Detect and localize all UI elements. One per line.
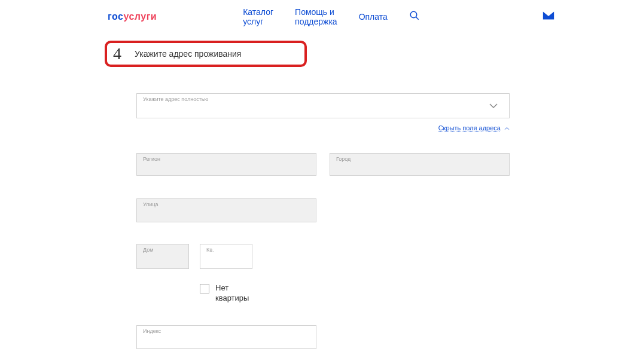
no-flat-label: Нет квартиры xyxy=(215,283,257,304)
flat-field[interactable]: Кв. xyxy=(200,244,252,269)
nav-help[interactable]: Помощь и поддержка xyxy=(295,7,337,26)
hide-fields-link[interactable]: Скрыть поля адреса xyxy=(438,124,501,131)
region-field[interactable]: Регион xyxy=(136,153,316,176)
step-box: 4 Укажите адрес проживания xyxy=(105,41,307,67)
search-icon[interactable] xyxy=(409,10,420,23)
no-flat-checkbox[interactable] xyxy=(200,284,209,293)
form-area: Укажите адрес полностью Скрыть поля адре… xyxy=(136,93,510,349)
city-label: Город xyxy=(336,156,503,162)
row-region-city: Регион Город xyxy=(136,153,510,176)
index-field[interactable]: Индекс xyxy=(136,325,316,349)
house-field[interactable]: Дом xyxy=(136,244,189,269)
svg-line-1 xyxy=(416,17,419,20)
logo[interactable]: госуслуги xyxy=(108,11,157,22)
step-number: 4 xyxy=(113,44,121,63)
nav-links: Каталог услуг Помощь и поддержка Оплата xyxy=(243,7,420,26)
row-house-flat: Дом Кв. xyxy=(136,244,510,269)
hide-fields-row: Скрыть поля адреса xyxy=(136,124,510,131)
street-label: Улица xyxy=(143,201,310,207)
mail-icon[interactable] xyxy=(542,10,555,23)
no-flat-row: Нет квартиры xyxy=(200,283,510,304)
header: госуслуги Каталог услуг Помощь и поддерж… xyxy=(0,0,643,33)
nav-payment[interactable]: Оплата xyxy=(359,12,388,22)
flat-label: Кв. xyxy=(206,247,246,253)
logo-part1: гос xyxy=(108,11,123,22)
region-label: Регион xyxy=(143,156,310,162)
step-title: Укажите адрес проживания xyxy=(135,49,241,59)
city-field[interactable]: Город xyxy=(330,153,510,176)
logo-part2: услуги xyxy=(123,11,157,22)
house-label: Дом xyxy=(143,247,182,253)
chevron-down-icon xyxy=(489,100,498,111)
full-address-field[interactable]: Укажите адрес полностью xyxy=(136,93,510,118)
nav-catalog[interactable]: Каталог услуг xyxy=(243,7,273,26)
svg-point-0 xyxy=(410,11,417,18)
street-field[interactable]: Улица xyxy=(136,198,316,222)
index-label: Индекс xyxy=(143,328,310,334)
chevron-up-icon xyxy=(502,124,510,131)
full-address-label: Укажите адрес полностью xyxy=(143,96,503,102)
